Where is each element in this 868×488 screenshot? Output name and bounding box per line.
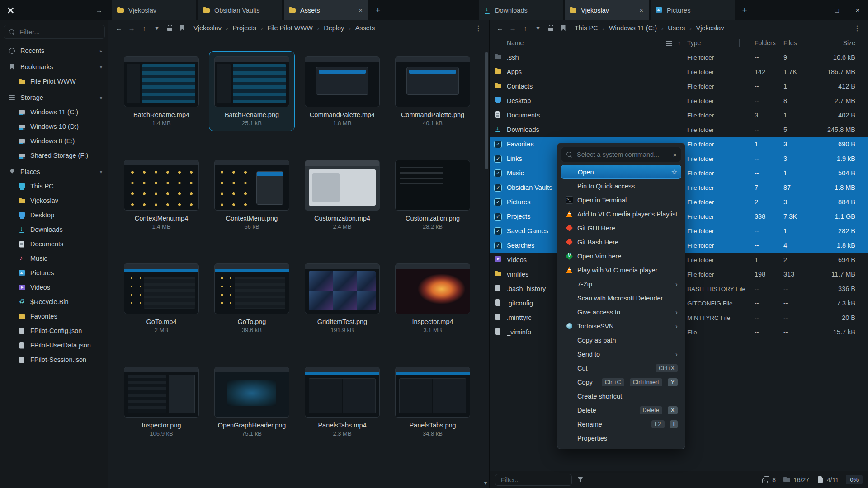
context-menu-item[interactable]: Give access to ›	[561, 305, 681, 319]
context-menu-item[interactable]: Git GUI Here	[561, 221, 681, 235]
breadcrumb-item[interactable]: Deploy	[324, 24, 344, 32]
breadcrumb-item[interactable]: Projects	[232, 24, 256, 32]
breadcrumb-item[interactable]: File Pilot WWW	[267, 24, 313, 32]
sidebar-item[interactable]: FPilot-Config.json	[4, 324, 105, 338]
back-button[interactable]: ←	[494, 22, 506, 34]
scroll-down-icon[interactable]: ▾	[484, 480, 487, 486]
more-options-icon[interactable]: ⋮	[472, 24, 485, 33]
sidebar-item[interactable]: Desktop	[4, 208, 105, 222]
context-menu-item[interactable]: Copy Ctrl+C Ctrl+Insert Y	[561, 375, 681, 389]
row-checkbox[interactable]: ✓	[494, 227, 502, 235]
more-options-icon[interactable]: ⋮	[851, 24, 863, 33]
sort-icon[interactable]	[665, 39, 673, 47]
breadcrumb-item[interactable]: Vjekoslav	[696, 24, 724, 32]
sidebar-item[interactable]: Music	[4, 251, 105, 266]
tab[interactable]: Vjekoslav ×	[565, 0, 649, 20]
sidebar-item[interactable]: Places	[4, 164, 105, 179]
sidebar-item[interactable]: FPilot-UserData.json	[4, 338, 105, 352]
context-menu-item[interactable]: Play with VLC media player	[561, 263, 681, 277]
tab[interactable]: Obsidian Vaults	[198, 0, 282, 20]
row-checkbox[interactable]: ✓	[494, 198, 502, 206]
context-menu-item[interactable]: Open ☆	[561, 165, 681, 179]
list-filter[interactable]	[495, 474, 572, 486]
sidebar-item[interactable]: Windows 10 (D:)	[4, 119, 105, 134]
file-tile[interactable]: PanelsTabs.mp4 2.3 MB	[299, 361, 385, 441]
row-checkbox[interactable]: ✓	[494, 155, 502, 163]
context-menu-item[interactable]: Pin to Quick access	[561, 179, 681, 193]
filter-options-button[interactable]	[576, 476, 584, 483]
chevron-icon[interactable]	[100, 65, 102, 70]
sidebar-item[interactable]: Downloads	[4, 222, 105, 237]
context-menu-item[interactable]: Add to VLC media player's Playlist	[561, 207, 681, 221]
sidebar-item[interactable]: Favorites	[4, 309, 105, 324]
file-tile[interactable]: Inspector.mp4 3.1 MB	[390, 258, 476, 338]
sidebar-item[interactable]: Recents	[4, 43, 105, 58]
sidebar-item[interactable]: Documents	[4, 237, 105, 251]
breadcrumb-item[interactable]: Vjekoslav	[193, 24, 222, 32]
chevron-icon[interactable]	[100, 48, 102, 53]
file-tile[interactable]: Customization.mp4 2.4 MB	[299, 155, 385, 235]
row-checkbox[interactable]: ✓	[494, 242, 502, 249]
column-header-size[interactable]: Size	[812, 39, 855, 47]
file-tile[interactable]: BatchRename.mp4 1.4 MB	[118, 51, 204, 131]
scrollbar-thumb[interactable]	[485, 52, 488, 169]
column-header-files[interactable]: Files	[783, 39, 812, 47]
context-menu-item[interactable]: Open in Terminal	[561, 193, 681, 207]
sidebar-item[interactable]: Windows 8 (E:)	[4, 134, 105, 148]
file-tile[interactable]: GoTo.png 39.6 kB	[209, 258, 295, 338]
breadcrumb-item[interactable]: This PC	[575, 24, 598, 32]
breadcrumb-item[interactable]: Users	[668, 24, 685, 32]
tab-close-icon[interactable]: ×	[638, 6, 644, 14]
sidebar-item[interactable]: $Recycle.Bin	[4, 295, 105, 309]
file-row[interactable]: Desktop File folder -- 8 2.7 MB	[490, 94, 868, 108]
file-tile[interactable]: GridItemTest.png 191.9 kB	[299, 258, 385, 338]
sidebar-item[interactable]: File Pilot WWW	[4, 74, 105, 89]
context-menu-item[interactable]: Copy as path	[561, 333, 681, 347]
sidebar-item[interactable]: Pictures	[4, 266, 105, 280]
command-search[interactable]: ×	[561, 147, 681, 162]
context-menu-item[interactable]: Cut Ctrl+X	[561, 361, 681, 375]
bookmark-icon[interactable]	[557, 22, 569, 34]
tab-close-icon[interactable]: ×	[358, 6, 363, 14]
sidebar-item[interactable]: FPilot-Session.json	[4, 352, 105, 367]
collapse-sidebar-button[interactable]: →	[91, 0, 108, 20]
history-dropdown-icon[interactable]: ▾	[532, 22, 544, 34]
file-row[interactable]: Downloads File folder -- 5 245.8 MB	[490, 122, 868, 137]
context-menu-item[interactable]: Git Bash Here	[561, 235, 681, 249]
column-header-folders[interactable]: Folders	[755, 39, 783, 47]
sidebar-item[interactable]: Shared Storage (F:)	[4, 148, 105, 163]
sidebar-filter-input[interactable]	[19, 28, 100, 36]
column-header-name[interactable]: Name	[507, 39, 524, 47]
command-search-input[interactable]	[576, 150, 669, 159]
file-tile[interactable]: BatchRename.png 25.1 kB	[209, 51, 295, 131]
sidebar-item[interactable]: Bookmarks	[4, 60, 105, 74]
row-checkbox[interactable]: ✓	[494, 213, 502, 221]
tab[interactable]: Downloads	[479, 0, 563, 20]
context-menu-item[interactable]: Properties	[561, 431, 681, 445]
sidebar-item[interactable]: This PC	[4, 179, 105, 193]
file-row[interactable]: Documents File folder 3 1 402 B	[490, 108, 868, 122]
forward-button[interactable]: →	[126, 22, 137, 34]
file-tile[interactable]: GoTo.mp4 2 MB	[118, 258, 204, 338]
sidebar-item[interactable]: Vjekoslav	[4, 193, 105, 208]
row-checkbox[interactable]: ✓	[494, 141, 502, 148]
star-icon[interactable]: ☆	[671, 168, 677, 176]
context-menu-item[interactable]: Send to ›	[561, 347, 681, 361]
row-checkbox[interactable]: ✓	[494, 184, 502, 192]
file-tile[interactable]: OpenGraphHeader.png 75.1 kB	[209, 361, 295, 441]
file-tile[interactable]: PanelsTabs.png 34.8 kB	[390, 361, 476, 441]
close-icon[interactable]: ×	[673, 151, 677, 159]
file-tile[interactable]: CommandPalette.mp4 1.8 MB	[299, 51, 385, 131]
lock-icon[interactable]	[545, 22, 557, 34]
up-button[interactable]: ↑	[138, 22, 150, 34]
file-row[interactable]: Contacts File folder -- 1 412 B	[490, 79, 868, 94]
new-tab-button[interactable]: +	[370, 0, 386, 20]
context-menu-item[interactable]: 7-Zip ›	[561, 277, 681, 291]
minimize-button[interactable]: –	[806, 0, 826, 20]
context-menu-item[interactable]: Scan with Microsoft Defender...	[561, 291, 681, 305]
column-header-type[interactable]: Type	[687, 39, 739, 47]
file-tile[interactable]: ContextMenu.png 66 kB	[209, 155, 295, 235]
context-menu-item[interactable]: Create shortcut	[561, 389, 681, 403]
file-tile[interactable]: CommandPalette.png 40.1 kB	[390, 51, 476, 131]
tab[interactable]: Vjekoslav	[112, 0, 196, 20]
